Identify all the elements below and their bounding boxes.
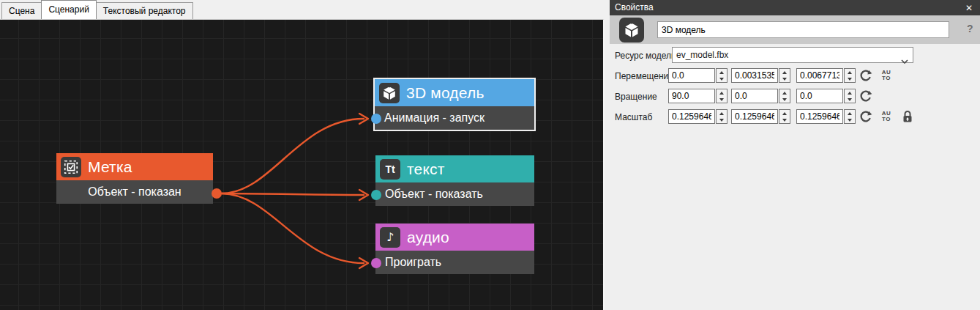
tab-scenario[interactable]: Сценарий	[41, 0, 96, 19]
cube-icon	[379, 83, 400, 103]
node-3d-model-input-pin[interactable]: Анимация - запуск	[375, 106, 534, 130]
properties-panel-title: Свойства	[610, 0, 980, 15]
translation-y-stepper[interactable]	[779, 68, 790, 83]
translation-z-input[interactable]	[796, 68, 843, 83]
arrowhead-audio	[359, 258, 368, 268]
help-button[interactable]: ?	[967, 23, 973, 34]
rotation-label: Вращение	[615, 92, 657, 102]
scale-reset-icon[interactable]	[858, 108, 874, 125]
tab-text-editor[interactable]: Текстовый редактор	[96, 2, 193, 19]
music-note-icon: ♪	[380, 227, 400, 248]
close-icon[interactable]: ✕	[963, 2, 975, 14]
properties-panel: Свойства ✕ ? Ресурс модели ev_model.fbx …	[610, 0, 980, 310]
model-resource-dropdown[interactable]: ev_model.fbx	[672, 47, 913, 63]
lock-icon[interactable]	[899, 108, 916, 125]
translation-x-input[interactable]	[668, 68, 715, 83]
scale-z-input[interactable]	[796, 109, 843, 124]
translation-x-stepper[interactable]	[716, 68, 727, 83]
arrowhead-3d-model	[359, 114, 368, 124]
node-3d-model[interactable]: 3D модель Анимация - запуск	[375, 79, 534, 130]
translation-z-stepper[interactable]	[844, 68, 856, 83]
scale-y-input[interactable]	[731, 109, 778, 124]
scale-x-stepper[interactable]	[716, 109, 727, 124]
rotation-z-stepper[interactable]	[844, 89, 856, 103]
node-audio-header[interactable]: ♪ аудио	[375, 224, 534, 251]
rotation-z-input[interactable]	[796, 89, 843, 103]
cube-icon	[619, 18, 644, 43]
node-audio-title: аудио	[407, 229, 449, 246]
translation-auto-icon[interactable]: AUTO	[878, 67, 894, 84]
text-icon: Tt	[380, 159, 400, 180]
node-metka-title: Метка	[88, 158, 132, 176]
marker-icon	[61, 157, 81, 177]
editor-tabbar: Сцена Сценарий Текстовый редактор	[0, 0, 606, 19]
translation-reset-icon[interactable]	[858, 67, 874, 84]
node-metka[interactable]: Метка Объект - показан	[56, 153, 213, 204]
node-text[interactable]: Tt текст Объект - показать	[375, 155, 534, 206]
tab-scene[interactable]: Сцена	[1, 2, 42, 19]
rotation-x-stepper[interactable]	[716, 89, 727, 103]
node-text-header[interactable]: Tt текст	[375, 155, 534, 182]
translation-label: Перемещение	[615, 71, 673, 81]
node-metka-header[interactable]: Метка	[56, 153, 213, 180]
scale-x-input[interactable]	[668, 109, 715, 124]
rotation-reset-icon[interactable]	[858, 88, 874, 104]
node-3d-model-title: 3D модель	[406, 84, 485, 102]
translation-y-input[interactable]	[731, 68, 778, 83]
node-text-title: текст	[407, 160, 445, 178]
node-metka-output-pin[interactable]: Объект - показан	[56, 180, 213, 204]
node-graph-canvas[interactable]: Метка Объект - показан 3D модель	[0, 19, 605, 310]
node-audio[interactable]: ♪ аудио Проиграть	[375, 224, 534, 274]
wire-to-audio	[222, 193, 364, 263]
rotation-x-input[interactable]	[668, 89, 715, 103]
object-name-input[interactable]	[657, 21, 949, 38]
wire-to-3d-model	[222, 119, 364, 193]
scale-z-stepper[interactable]	[844, 109, 856, 124]
rotation-y-input[interactable]	[731, 89, 778, 103]
resource-label: Ресурс модели	[615, 51, 676, 61]
scale-auto-icon[interactable]: AUTO	[878, 108, 894, 125]
rotation-y-stepper[interactable]	[779, 89, 790, 103]
scenario-editor-pane: Сцена Сценарий Текстовый редактор Метка …	[0, 0, 606, 310]
output-port-metka	[212, 188, 222, 199]
chevron-down-icon	[901, 53, 908, 68]
scale-label: Масштаб	[615, 112, 652, 122]
node-audio-input-pin[interactable]: Проиграть	[375, 251, 534, 274]
node-text-input-pin[interactable]: Объект - показать	[375, 182, 534, 206]
arrowhead-text	[359, 190, 368, 200]
scale-y-stepper[interactable]	[779, 109, 790, 124]
wire-to-text	[222, 193, 364, 195]
node-3d-model-header[interactable]: 3D модель	[375, 79, 534, 106]
